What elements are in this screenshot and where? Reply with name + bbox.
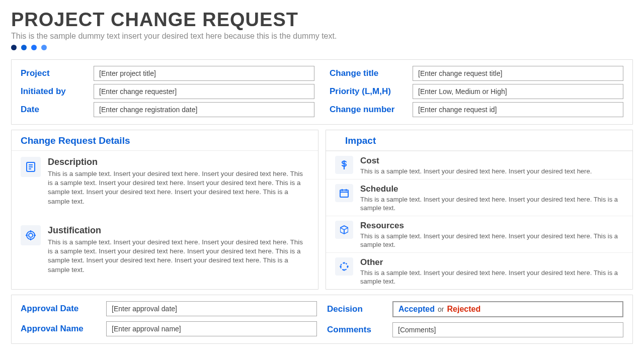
svg-point-18 [340,265,342,267]
svg-point-17 [343,269,345,271]
project-label: Project [21,68,94,78]
approval-date-label: Approval Date [21,304,106,314]
svg-point-5 [29,233,33,237]
decorative-dots [11,45,633,50]
details-title: Change Request Details [12,130,318,151]
approval-left: Approval Date [Enter approval date] Appr… [21,301,317,337]
priority-field[interactable]: [Enter Low, Medium or High] [413,84,623,99]
rejected-text: Rejected [447,305,480,314]
cost-body: This is a sample text. Insert your desir… [360,167,592,176]
decision-field[interactable]: Accepted or Rejected [392,301,623,317]
page-header: PROJECT CHANGE REQUEST This is the sampl… [11,9,633,50]
svg-rect-10 [340,190,348,197]
page-subtitle: This is the sample dummy text insert you… [11,32,633,41]
project-field[interactable]: [Enter project title] [94,66,314,81]
target-icon [21,225,41,245]
resources-block: Resources This is a sample text. Insert … [326,216,632,252]
cost-block: Cost This is a sample text. Insert your … [326,151,632,179]
project-info-right: Change title [Enter change request title… [330,66,623,117]
comments-field[interactable]: [Comments] [392,322,623,337]
approval-right: Decision Accepted or Rejected Comments [… [327,301,623,337]
cost-title: Cost [360,156,592,166]
svg-point-15 [343,262,345,264]
justification-block: Justification This is a sample text. Ins… [12,219,318,279]
details-card: Change Request Details Description This … [11,130,318,290]
change-title-label: Change title [330,68,413,78]
other-block: Other This is a sample text. Insert your… [326,252,632,289]
change-number-label: Change number [330,105,413,115]
or-text: or [438,305,444,313]
calendar-icon [335,184,353,202]
decision-label: Decision [327,304,392,314]
page-title: PROJECT CHANGE REQUEST [11,9,633,31]
nodes-icon [335,257,353,276]
justification-title: Justification [48,225,309,236]
initiated-by-label: Initiated by [21,86,94,97]
svg-point-14 [341,263,348,270]
justification-body: This is a sample text. Insert your desir… [48,238,309,275]
schedule-title: Schedule [360,184,623,194]
initiated-by-field[interactable]: [Enter change requester] [94,84,314,99]
resources-body: This is a sample text. Insert your desir… [360,232,623,249]
change-title-field[interactable]: [Enter change request title] [413,66,623,81]
approval-card: Approval Date [Enter approval date] Appr… [11,295,633,344]
box-icon [335,221,353,239]
approval-name-field[interactable]: [Enter approval name] [106,321,317,336]
comments-label: Comments [327,325,392,335]
change-number-field[interactable]: [Enter change request id] [413,102,623,117]
impact-title: Impact [326,130,632,151]
svg-point-4 [27,231,35,239]
project-info-left: Project [Enter project title] Initiated … [21,66,314,117]
approval-date-field[interactable]: [Enter approval date] [106,301,317,316]
accepted-text: Accepted [398,305,435,314]
approval-name-label: Approval Name [21,324,106,334]
resources-title: Resources [360,221,623,231]
description-title: Description [48,157,309,167]
schedule-block: Schedule This is a sample text. Insert y… [326,179,632,216]
other-title: Other [360,257,623,267]
dollar-icon [335,156,353,174]
svg-point-16 [347,265,349,267]
impact-card: Impact Cost This is a sample text. Inser… [326,130,633,290]
date-field[interactable]: [Enter change registration date] [94,102,314,117]
date-label: Date [21,105,94,115]
project-info-card: Project [Enter project title] Initiated … [11,59,633,125]
schedule-body: This is a sample text. Insert your desir… [360,195,623,213]
priority-label: Priority (L,M,H) [330,86,413,97]
list-icon [21,157,41,177]
description-body: This is a sample text. Insert your desir… [48,169,309,206]
description-block: Description This is a sample text. Inser… [12,151,318,210]
other-body: This is a sample text. Insert your desir… [360,268,623,286]
